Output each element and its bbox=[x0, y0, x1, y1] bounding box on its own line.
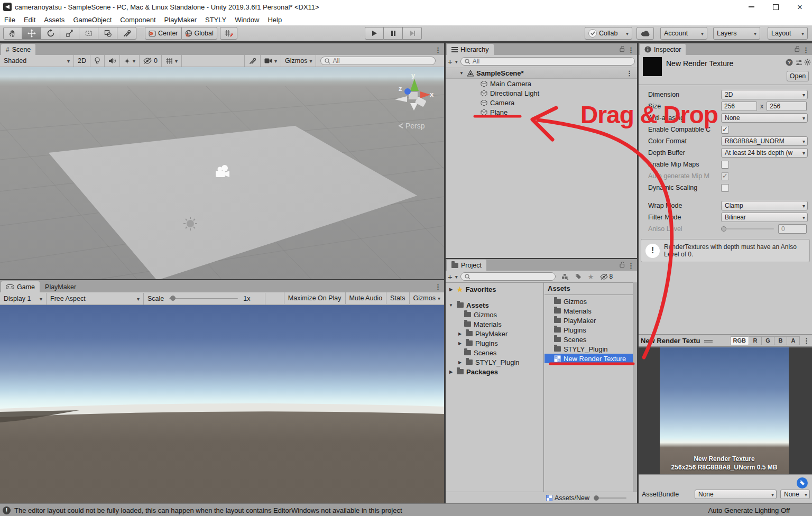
tab-hierarchy[interactable]: Hierarchy bbox=[447, 44, 494, 55]
wrap-mode-dropdown[interactable]: Clamp bbox=[721, 201, 808, 210]
size-width-input[interactable]: 256 bbox=[721, 102, 757, 111]
asset-styly-plugin[interactable]: STYLY_Plugin bbox=[545, 344, 637, 354]
maximize-button[interactable] bbox=[763, 0, 788, 14]
favorites-filter-icon[interactable]: ★ bbox=[588, 273, 594, 281]
scene-audio-toggle[interactable] bbox=[105, 55, 120, 67]
foldout-icon[interactable] bbox=[448, 287, 454, 292]
scene-tools-button[interactable] bbox=[244, 55, 261, 67]
scene-lighting-toggle[interactable] bbox=[90, 55, 105, 67]
tab-inspector[interactable]: Inspector bbox=[640, 44, 686, 55]
dimension-dropdown[interactable]: 2D bbox=[721, 90, 808, 99]
dynamic-scaling-checkbox[interactable] bbox=[721, 184, 729, 192]
custom-tool-button[interactable] bbox=[117, 27, 136, 40]
add-object-button[interactable]: + bbox=[448, 57, 453, 66]
step-button[interactable] bbox=[403, 27, 422, 40]
aspect-dropdown[interactable]: Free Aspect bbox=[47, 293, 144, 305]
asset-materials[interactable]: Materials bbox=[545, 306, 637, 316]
thumbnail-size-slider[interactable] bbox=[594, 497, 626, 499]
hierarchy-item-plane[interactable]: Plane bbox=[446, 107, 637, 117]
asset-plugins[interactable]: Plugins bbox=[545, 325, 637, 335]
channel-b-button[interactable]: B bbox=[774, 336, 787, 345]
hierarchy-item-camera[interactable]: Camera bbox=[446, 98, 637, 107]
kebab-menu-icon[interactable] bbox=[802, 45, 809, 54]
tab-game[interactable]: Game bbox=[1, 281, 40, 292]
tree-item-favorites[interactable]: ★ Favorites bbox=[446, 284, 543, 294]
kebab-menu-icon[interactable] bbox=[803, 336, 810, 345]
filter-by-label-icon[interactable] bbox=[575, 273, 582, 280]
hidden-packages-toggle[interactable]: 8 bbox=[600, 273, 613, 280]
lock-icon[interactable] bbox=[619, 45, 625, 52]
menu-gameobject[interactable]: GameObject bbox=[69, 14, 116, 25]
hierarchy-item-directional-light[interactable]: Directional Light bbox=[446, 88, 637, 98]
scale-tool-button[interactable] bbox=[60, 27, 79, 40]
transform-tool-button[interactable] bbox=[98, 27, 117, 40]
layout-dropdown[interactable]: Layout bbox=[768, 27, 808, 40]
asset-playmaker[interactable]: PlayMaker bbox=[545, 316, 637, 325]
rotate-tool-button[interactable] bbox=[41, 27, 60, 40]
menu-file[interactable]: File bbox=[0, 14, 20, 25]
tree-item-assets[interactable]: Assets bbox=[446, 300, 543, 310]
assetbundle-variant-dropdown[interactable]: None bbox=[780, 490, 810, 499]
maximize-on-play-button[interactable]: Maximize On Play bbox=[284, 292, 346, 304]
tree-item-styly-plugin[interactable]: STYLY_Plugin bbox=[446, 357, 543, 367]
shading-dropdown[interactable]: Shaded bbox=[0, 55, 74, 67]
preview-header[interactable]: New Render Textu RGB R G B A bbox=[639, 334, 812, 347]
kebab-menu-icon[interactable] bbox=[626, 69, 633, 77]
scrollbar[interactable] bbox=[633, 282, 637, 492]
chevron-down-icon[interactable] bbox=[455, 58, 458, 65]
menu-styly[interactable]: STYLY bbox=[201, 14, 230, 25]
cloud-button[interactable] bbox=[636, 27, 654, 40]
filter-by-type-icon[interactable] bbox=[561, 273, 569, 280]
depth-buffer-dropdown[interactable]: At least 24 bits depth (w bbox=[721, 148, 808, 158]
tab-project[interactable]: Project bbox=[447, 260, 486, 271]
grid-snap-button[interactable] bbox=[220, 27, 237, 40]
move-tool-button[interactable] bbox=[22, 27, 41, 40]
asset-new-render-texture[interactable]: New Render Texture bbox=[545, 354, 637, 363]
assetbundle-dropdown[interactable]: None bbox=[695, 490, 777, 499]
gear-icon[interactable] bbox=[804, 59, 811, 66]
lock-icon[interactable] bbox=[619, 261, 625, 268]
mute-audio-button[interactable]: Mute Audio bbox=[346, 292, 387, 304]
scene-search-input[interactable]: All bbox=[320, 57, 436, 65]
enable-mip-maps-checkbox[interactable] bbox=[721, 161, 729, 169]
display-dropdown[interactable]: Display 1 bbox=[0, 293, 47, 305]
game-viewport[interactable] bbox=[0, 305, 444, 503]
status-message[interactable]: The editor layout could not be fully loa… bbox=[14, 506, 402, 514]
kebab-menu-icon[interactable] bbox=[435, 45, 441, 54]
rect-tool-button[interactable] bbox=[79, 27, 98, 40]
collab-button[interactable]: Collab bbox=[585, 27, 632, 40]
persp-toggle[interactable]: Persp bbox=[398, 122, 425, 130]
asset-scenes[interactable]: Scenes bbox=[545, 335, 637, 344]
drag-handle-icon[interactable] bbox=[704, 340, 713, 341]
scene-gizmos-dropdown[interactable]: Gizmos bbox=[281, 55, 316, 67]
2d-toggle[interactable]: 2D bbox=[74, 55, 90, 67]
tree-item-plugins[interactable]: Plugins bbox=[446, 338, 543, 348]
help-icon[interactable]: ? bbox=[786, 59, 793, 66]
asset-gizmos[interactable]: Gizmos bbox=[545, 297, 637, 306]
layers-dropdown[interactable]: Layers bbox=[713, 27, 760, 40]
account-dropdown[interactable]: Account bbox=[660, 27, 707, 40]
hand-tool-button[interactable] bbox=[3, 27, 22, 40]
scene-visibility-toggle[interactable]: 0 bbox=[140, 55, 162, 67]
foldout-icon[interactable] bbox=[457, 360, 463, 365]
open-button[interactable]: Open bbox=[787, 71, 809, 81]
foldout-icon[interactable] bbox=[457, 341, 463, 346]
play-button[interactable] bbox=[365, 27, 384, 40]
lock-icon[interactable] bbox=[794, 45, 800, 52]
kebab-menu-icon[interactable] bbox=[435, 282, 441, 291]
minimize-button[interactable] bbox=[739, 0, 763, 14]
tree-item-materials[interactable]: Materials bbox=[446, 319, 543, 329]
tree-item-packages[interactable]: Packages bbox=[446, 367, 543, 376]
game-gizmos-dropdown[interactable]: Gizmos bbox=[410, 292, 444, 304]
hierarchy-item-main-camera[interactable]: Main Camera bbox=[446, 79, 637, 88]
menu-assets[interactable]: Assets bbox=[40, 14, 69, 25]
kebab-menu-icon[interactable] bbox=[628, 45, 634, 54]
pivot-global-button[interactable]: Global bbox=[182, 27, 217, 40]
channel-rgb-button[interactable]: RGB bbox=[730, 336, 749, 345]
scene-effects-dropdown[interactable] bbox=[120, 55, 140, 67]
channel-r-button[interactable]: R bbox=[749, 336, 762, 345]
menu-playmaker[interactable]: PlayMaker bbox=[160, 14, 201, 25]
size-height-input[interactable]: 256 bbox=[767, 102, 807, 111]
menu-help[interactable]: Help bbox=[263, 14, 286, 25]
foldout-icon[interactable] bbox=[458, 71, 465, 76]
